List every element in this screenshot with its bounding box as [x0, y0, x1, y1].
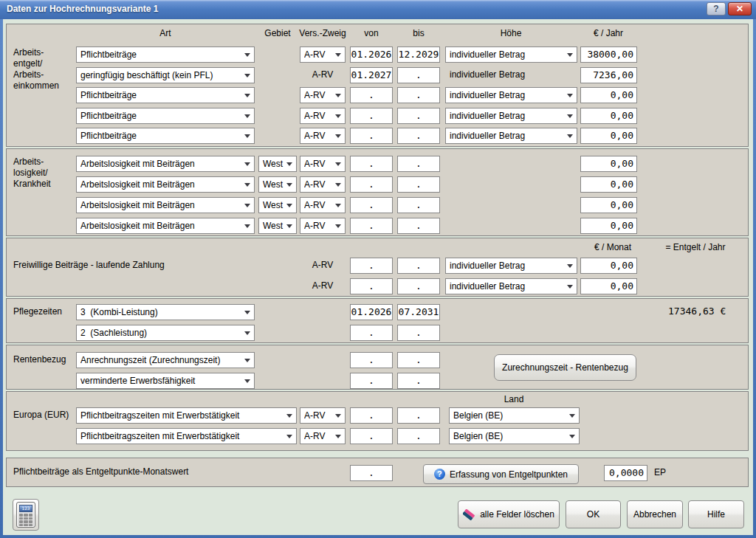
europa-row2-artw-combo[interactable]: Pflichtbeitragszeiten mit Erwerbstätigke… [76, 428, 297, 444]
arbeitslosigkeit-row4-art-combo[interactable]: Arbeitslosigkeit mit Beiträgen [76, 218, 255, 234]
arbeitsentgelt-row4-von-field[interactable]: . [350, 108, 393, 124]
chevron-down-icon [244, 162, 250, 166]
arbeitsentgelt-row3-hoehe-combo[interactable]: individueller Betrag [445, 87, 577, 103]
arbeitsentgelt-row4-vz-combo[interactable]: A-RV [300, 108, 346, 124]
arbeitslosigkeit-row3-bis-field[interactable]: . [397, 197, 440, 213]
pflegezeiten-label: Pflegezeiten [13, 306, 62, 317]
rentenbezug-row1-von-field[interactable]: . [350, 352, 393, 368]
arbeitslosigkeit-row1-von-field[interactable]: . [350, 156, 393, 172]
freiwillige-beitraege-row1-val-field[interactable]: 0,00 [580, 258, 637, 274]
freiwillige-beitraege-row2-hoehe-combo[interactable]: individueller Betrag [445, 278, 577, 294]
freiwillige-beitraege-row2-von-field[interactable]: . [350, 278, 393, 294]
erfassung-entgeltpunkte-button[interactable]: ? Erfassung von Entgeltpunkten [423, 464, 579, 484]
arbeitsentgelt-row3-art-combo[interactable]: Pflichtbeiträge [76, 87, 255, 103]
arbeitsentgelt-row1-val-field[interactable]: 38000,00 [580, 46, 637, 63]
arbeitsentgelt-row2-bis-field[interactable]: . [397, 67, 440, 83]
arbeitsentgelt-row4-hoehe-combo[interactable]: individueller Betrag [445, 108, 577, 124]
arbeitslosigkeit-row4-bis-field[interactable]: . [397, 218, 440, 234]
arbeitsentgelt-row3-von-field[interactable]: . [350, 87, 393, 103]
europa-row2-von-field[interactable]: . [350, 428, 393, 444]
arbeitslosigkeit-row4-gebiet-combo[interactable]: West [258, 218, 297, 234]
arbeitsentgelt-row1-vz-combo[interactable]: A-RV [300, 46, 346, 63]
titlebar-close-button[interactable]: ✕ [728, 2, 752, 15]
arbeitslosigkeit-row4-von-field[interactable]: . [350, 218, 393, 234]
arbeitslosigkeit-row3-vz-combo[interactable]: A-RV [300, 197, 346, 213]
arbeitslosigkeit-row4-val-field[interactable]: 0,00 [580, 218, 637, 234]
arbeitslosigkeit-row1-art-combo[interactable]: Arbeitslosigkeit mit Beiträgen [76, 156, 255, 172]
europa-row1-bis-field[interactable]: . [397, 407, 440, 424]
arbeitslosigkeit-row3-von-field[interactable]: . [350, 197, 393, 213]
arbeitslosigkeit-row2-val-field[interactable]: 0,00 [580, 176, 637, 193]
freiwillige-beitraege-row1-von-field[interactable]: . [350, 258, 393, 274]
ok-button[interactable]: OK [566, 500, 621, 528]
clear-all-fields-button[interactable]: alle Felder löschen [458, 500, 560, 528]
chevron-down-icon [286, 414, 292, 418]
arbeitsentgelt-row1-bis-field[interactable]: 12.2029 [397, 46, 440, 63]
titlebar[interactable]: Daten zur Hochrechnungsvariante 1 [0, 0, 756, 19]
help-button[interactable]: Hilfe [688, 500, 744, 528]
entgeltpunkte-row1-von-field[interactable]: . [350, 465, 393, 481]
arbeitslosigkeit-row3-art-combo[interactable]: Arbeitslosigkeit mit Beiträgen [76, 197, 255, 213]
arbeitsentgelt-row1-art-combo[interactable]: Pflichtbeiträge [76, 46, 255, 63]
arbeitsentgelt-row1-von-field[interactable]: 01.2026 [350, 46, 393, 63]
freiwillige-beitraege-row2-bis-field[interactable]: . [397, 278, 440, 294]
europa-row1-land-combo[interactable]: Belgien (BE) [449, 407, 580, 424]
freiwillige-beitraege-row2-val-field[interactable]: 0,00 [580, 278, 637, 294]
arbeitslosigkeit-row2-vz-combo[interactable]: A-RV [300, 176, 346, 193]
pflegezeiten-row2-bis-field[interactable]: . [397, 325, 440, 341]
arbeitslosigkeit-row2-von-field[interactable]: . [350, 176, 393, 193]
europa-row2-bis-field[interactable]: . [397, 428, 440, 444]
arbeitslosigkeit-row4-vz-combo[interactable]: A-RV [300, 218, 346, 234]
europa-row1-von-field[interactable]: . [350, 407, 393, 424]
rentenbezug-row1-art-combo[interactable]: Anrechnungszeit (Zurechnungszeit) [76, 352, 255, 368]
arbeitsentgelt-row5-bis-field[interactable]: . [397, 128, 440, 144]
arbeitslosigkeit-row1-val-field[interactable]: 0,00 [580, 156, 637, 172]
calculator-button[interactable]: 123 [13, 499, 39, 531]
arbeitsentgelt-row4-art-combo[interactable]: Pflichtbeiträge [76, 108, 255, 124]
arbeitslosigkeit-row2-art-combo[interactable]: Arbeitslosigkeit mit Beiträgen [76, 176, 255, 193]
arbeitslosigkeit-row3-val-field[interactable]: 0,00 [580, 197, 637, 213]
freiwillige-beitraege-row1-bis-field[interactable]: . [397, 258, 440, 274]
arbeitsentgelt-row5-hoehe-combo[interactable]: individueller Betrag [445, 128, 577, 144]
arbeitsentgelt-row3-val-field[interactable]: 0,00 [580, 87, 637, 103]
arbeitsentgelt-row3-bis-field[interactable]: . [397, 87, 440, 103]
arbeitslosigkeit-row1-gebiet-combo[interactable]: West [258, 156, 297, 172]
europa-row1-vz-combo[interactable]: A-RV [300, 407, 346, 424]
ep-value-field[interactable]: 0,0000 [604, 465, 647, 481]
arbeitslosigkeit-row3-gebiet-combo[interactable]: West [258, 197, 297, 213]
rentenbezug-row2-von-field[interactable]: . [350, 373, 393, 389]
arbeitsentgelt-row3-vz-combo[interactable]: A-RV [300, 87, 346, 103]
arbeitsentgelt-row5-val-field[interactable]: 0,00 [580, 128, 637, 144]
pflegezeiten-row2-art-combo[interactable]: 2 (Sachleistung) [76, 325, 255, 341]
arbeitslosigkeit-row1-bis-field[interactable]: . [397, 156, 440, 172]
arbeitsentgelt-row5-art-combo[interactable]: Pflichtbeiträge [76, 128, 255, 144]
pflegezeiten-row1-von-field[interactable]: 01.2026 [350, 304, 393, 320]
titlebar-help-button[interactable]: ? [707, 2, 726, 15]
arbeitslosigkeit-row2-bis-field[interactable]: . [397, 176, 440, 193]
cancel-button[interactable]: Abbrechen [627, 500, 683, 528]
arbeitsentgelt-row5-von-field[interactable]: . [350, 128, 393, 144]
chevron-down-icon [244, 94, 250, 97]
rentenbezug-row1-bis-field[interactable]: . [397, 352, 440, 368]
europa-row2-vz-combo[interactable]: A-RV [300, 428, 346, 444]
arbeitslosigkeit-row1-vz-combo[interactable]: A-RV [300, 156, 346, 172]
arbeitsentgelt-row1-hoehe-combo[interactable]: individueller Betrag [445, 46, 577, 63]
pflegezeiten-row2-von-field[interactable]: . [350, 325, 393, 341]
chevron-down-icon [569, 414, 575, 418]
arbeitsentgelt-row2-von-field[interactable]: 01.2027 [350, 67, 393, 83]
pflegezeiten-row1-art-combo[interactable]: 3 (Kombi-Leistung) [76, 304, 255, 320]
rentenbezug-row2-art-combo[interactable]: verminderte Erwerbsfähigkeit [76, 373, 255, 389]
arbeitsentgelt-row4-val-field[interactable]: 0,00 [580, 108, 637, 124]
arbeitsentgelt-label: Arbeits-entgelt/Arbeits-einkommen [13, 47, 59, 92]
arbeitslosigkeit-row2-gebiet-combo[interactable]: West [258, 176, 297, 193]
arbeitsentgelt-row5-vz-combo[interactable]: A-RV [300, 128, 346, 144]
pflegezeiten-row1-bis-field[interactable]: 07.2031 [397, 304, 440, 320]
europa-row2-land-combo[interactable]: Belgien (BE) [449, 428, 580, 444]
europa-row1-artw-combo[interactable]: Pflichtbeitragszeiten mit Erwerbstätigke… [76, 407, 297, 424]
rentenbezug-row2-bis-field[interactable]: . [397, 373, 440, 389]
arbeitsentgelt-row2-val-field[interactable]: 7236,00 [580, 67, 637, 83]
arbeitsentgelt-row4-bis-field[interactable]: . [397, 108, 440, 124]
zurechnungszeit-rentenbezug-button[interactable]: Zurechnungszeit - Rentenbezug [494, 354, 636, 381]
arbeitsentgelt-row2-art-combo[interactable]: geringfügig beschäftigt (kein PFL) [76, 67, 255, 83]
freiwillige-beitraege-row1-hoehe-combo[interactable]: individueller Betrag [445, 258, 577, 274]
